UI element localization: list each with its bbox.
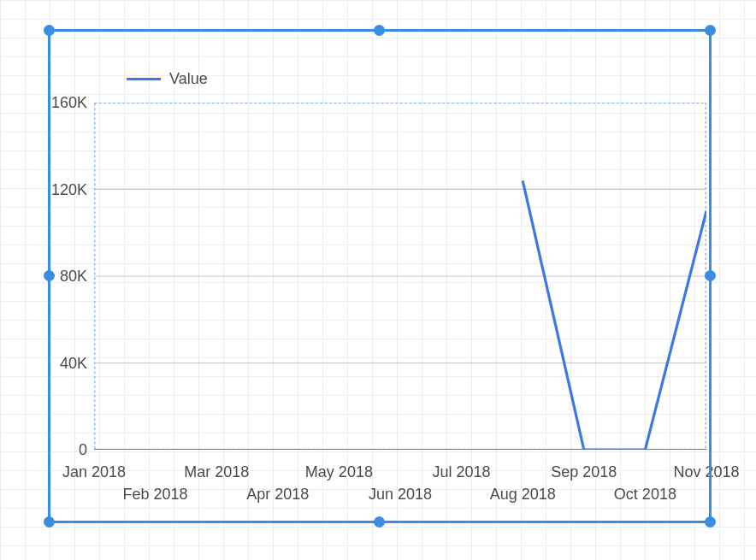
x-tick-label: Feb 2018 <box>123 486 188 504</box>
resize-handle-bottom-left[interactable] <box>44 516 55 528</box>
x-tick-label: Aug 2018 <box>490 486 556 504</box>
resize-handle-top-middle[interactable] <box>374 25 385 36</box>
resize-handle-middle-right[interactable] <box>705 270 716 281</box>
y-tick-label: 120K <box>51 180 87 198</box>
plot-area[interactable] <box>94 103 706 450</box>
chart-object[interactable]: Value 160K 120K 80K 40K 0 Jan 2018 Feb 2… <box>48 29 712 523</box>
resize-handle-middle-left[interactable] <box>44 270 55 281</box>
resize-handle-top-right[interactable] <box>705 25 716 36</box>
x-tick-label: Mar 2018 <box>184 463 249 481</box>
x-tick-label: Jan 2018 <box>62 463 126 481</box>
resize-handle-top-left[interactable] <box>44 25 55 36</box>
legend[interactable]: Value <box>127 70 208 88</box>
x-tick-label: Oct 2018 <box>614 486 676 504</box>
resize-handle-bottom-right[interactable] <box>705 516 716 528</box>
y-tick-label: 40K <box>60 354 87 372</box>
x-tick-label: Jun 2018 <box>369 486 432 504</box>
y-tick-label: 0 <box>79 441 87 459</box>
x-tick-label: Jul 2018 <box>433 463 491 481</box>
x-tick-label: Nov 2018 <box>673 463 739 481</box>
plot-svg <box>94 103 706 450</box>
x-tick-label: May 2018 <box>305 463 373 481</box>
y-tick-label: 160K <box>51 94 87 112</box>
resize-handle-bottom-middle[interactable] <box>374 516 385 528</box>
x-tick-label: Sep 2018 <box>551 463 617 481</box>
y-tick-label: 80K <box>60 268 87 286</box>
legend-series-label: Value <box>169 70 208 88</box>
x-tick-label: Apr 2018 <box>246 486 309 504</box>
x-axis-labels: Jan 2018 Feb 2018 Mar 2018 Apr 2018 May … <box>94 457 706 523</box>
legend-series-swatch <box>127 78 161 80</box>
